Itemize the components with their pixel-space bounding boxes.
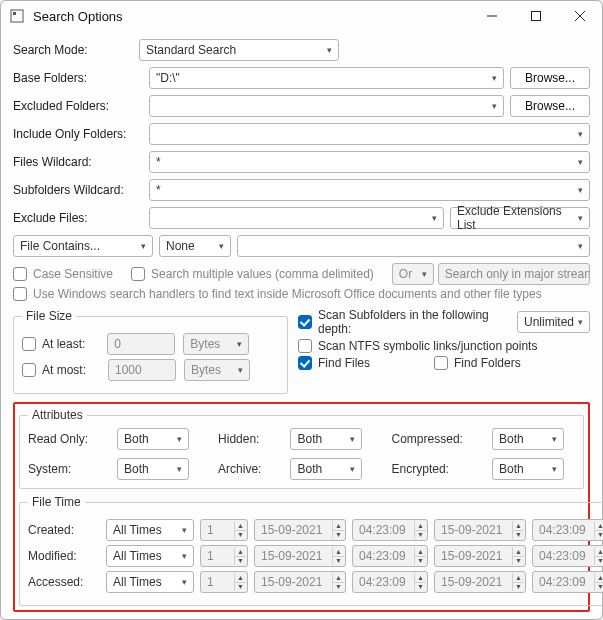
modified-from-time[interactable]: 04:23:09▲▼ [352, 545, 428, 567]
chevron-down-icon: ▾ [548, 464, 557, 474]
spin-up-icon[interactable]: ▲ [234, 573, 246, 583]
find-files-checkbox[interactable]: Find Files [298, 356, 370, 370]
excluded-folders-field[interactable]: ▾ [149, 95, 504, 117]
created-to-time[interactable]: 04:23:09▲▼ [532, 519, 603, 541]
maximize-button[interactable] [514, 1, 558, 31]
spin-up-icon[interactable]: ▲ [594, 521, 603, 531]
modified-label: Modified: [28, 549, 100, 563]
files-wildcard-field[interactable]: * ▾ [149, 151, 590, 173]
spin-down-icon[interactable]: ▼ [332, 531, 344, 540]
spin-down-icon[interactable]: ▼ [594, 583, 603, 592]
spin-up-icon[interactable]: ▲ [512, 547, 524, 557]
checkbox-icon [13, 267, 27, 281]
spin-down-icon[interactable]: ▼ [332, 557, 344, 566]
system-dropdown[interactable]: Both▾ [117, 458, 189, 480]
accessed-n-input[interactable]: 1▲▼ [200, 571, 248, 593]
minimize-button[interactable] [470, 1, 514, 31]
spin-up-icon[interactable]: ▲ [234, 547, 246, 557]
hidden-dropdown[interactable]: Both▾ [290, 428, 362, 450]
base-folders-field[interactable]: "D:\" ▾ [149, 67, 504, 89]
read-only-label: Read Only: [28, 432, 99, 446]
or-dropdown[interactable]: Or▾ [392, 263, 434, 285]
windows-handlers-checkbox[interactable]: Use Windows search handlers to find text… [13, 287, 542, 301]
chevron-down-icon: ▾ [574, 129, 583, 139]
accessed-to-date[interactable]: 15-09-2021▲▼ [434, 571, 526, 593]
at-least-checkbox[interactable]: At least: [22, 337, 85, 351]
spin-up-icon[interactable]: ▲ [234, 521, 246, 531]
scan-ntfs-checkbox[interactable]: Scan NTFS symbolic links/junction points [298, 339, 537, 353]
find-folders-checkbox[interactable]: Find Folders [434, 356, 521, 370]
highlighted-region: Attributes Read Only: Both▾ Hidden: Both… [13, 402, 590, 612]
created-from-time[interactable]: 04:23:09▲▼ [352, 519, 428, 541]
spin-up-icon[interactable]: ▲ [594, 547, 603, 557]
chevron-down-icon: ▾ [173, 434, 182, 444]
accessed-from-date[interactable]: 15-09-2021▲▼ [254, 571, 346, 593]
case-sensitive-checkbox[interactable]: Case Sensitive [13, 267, 113, 281]
spin-down-icon[interactable]: ▼ [234, 583, 246, 592]
encrypted-dropdown[interactable]: Both▾ [492, 458, 564, 480]
spin-down-icon[interactable]: ▼ [594, 531, 603, 540]
created-n-input[interactable]: 1▲▼ [200, 519, 248, 541]
accessed-to-time[interactable]: 04:23:09▲▼ [532, 571, 603, 593]
spin-down-icon[interactable]: ▼ [512, 557, 524, 566]
excluded-folders-browse-button[interactable]: Browse... [510, 95, 590, 117]
created-from-date[interactable]: 15-09-2021▲▼ [254, 519, 346, 541]
depth-dropdown[interactable]: Unlimited▾ [517, 311, 590, 333]
accessed-mode-dropdown[interactable]: All Times▾ [106, 571, 194, 593]
include-only-folders-field[interactable]: ▾ [149, 123, 590, 145]
at-most-checkbox[interactable]: At most: [22, 363, 86, 377]
at-most-unit-dropdown[interactable]: Bytes▾ [184, 359, 250, 381]
spin-up-icon[interactable]: ▲ [332, 521, 344, 531]
created-mode-dropdown[interactable]: All Times▾ [106, 519, 194, 541]
spin-down-icon[interactable]: ▼ [512, 583, 524, 592]
multi-values-checkbox[interactable]: Search multiple values (comma delimited) [131, 267, 374, 281]
spin-down-icon[interactable]: ▼ [414, 557, 426, 566]
contains-match-dropdown[interactable]: None ▾ [159, 235, 231, 257]
attributes-fieldset: Attributes Read Only: Both▾ Hidden: Both… [19, 408, 584, 489]
archive-dropdown[interactable]: Both▾ [290, 458, 362, 480]
read-only-dropdown[interactable]: Both▾ [117, 428, 189, 450]
spin-down-icon[interactable]: ▼ [234, 531, 246, 540]
spin-down-icon[interactable]: ▼ [512, 531, 524, 540]
at-most-value[interactable]: 1000 [115, 363, 142, 377]
at-least-unit-dropdown[interactable]: Bytes▾ [183, 333, 249, 355]
subfolders-wildcard-field[interactable]: * ▾ [149, 179, 590, 201]
spin-down-icon[interactable]: ▼ [414, 531, 426, 540]
chevron-down-icon: ▾ [178, 577, 187, 587]
modified-to-time[interactable]: 04:23:09▲▼ [532, 545, 603, 567]
spin-down-icon[interactable]: ▼ [594, 557, 603, 566]
spin-up-icon[interactable]: ▲ [332, 573, 344, 583]
spin-up-icon[interactable]: ▲ [414, 521, 426, 531]
scan-subfolders-checkbox[interactable]: Scan Subfolders in the following depth: [298, 308, 493, 336]
modified-n-input[interactable]: 1▲▼ [200, 545, 248, 567]
spin-up-icon[interactable]: ▲ [332, 547, 344, 557]
spin-up-icon[interactable]: ▲ [512, 521, 524, 531]
close-button[interactable] [558, 1, 602, 31]
modified-to-date[interactable]: 15-09-2021▲▼ [434, 545, 526, 567]
checkbox-icon [298, 315, 312, 329]
spin-down-icon[interactable]: ▼ [414, 583, 426, 592]
spin-up-icon[interactable]: ▲ [512, 573, 524, 583]
content-area: Search Mode: Standard Search ▾ Base Fold… [1, 31, 602, 620]
created-to-date[interactable]: 15-09-2021▲▼ [434, 519, 526, 541]
spin-down-icon[interactable]: ▼ [332, 583, 344, 592]
compressed-dropdown[interactable]: Both▾ [492, 428, 564, 450]
base-folders-browse-button[interactable]: Browse... [510, 67, 590, 89]
spin-up-icon[interactable]: ▲ [594, 573, 603, 583]
spin-down-icon[interactable]: ▼ [234, 557, 246, 566]
chevron-down-icon: ▾ [574, 157, 583, 167]
modified-mode-dropdown[interactable]: All Times▾ [106, 545, 194, 567]
search-mode-dropdown[interactable]: Standard Search ▾ [139, 39, 339, 61]
exclude-files-field[interactable]: ▾ [149, 207, 444, 229]
at-least-value[interactable]: 0 [114, 337, 121, 351]
exclude-files-mode-dropdown[interactable]: Exclude Extensions List ▾ [450, 207, 590, 229]
chevron-down-icon: ▾ [488, 73, 497, 83]
major-streams-dropdown[interactable]: Search only in major streams▾ [438, 263, 590, 285]
modified-from-date[interactable]: 15-09-2021▲▼ [254, 545, 346, 567]
contains-text-field[interactable]: ▾ [237, 235, 590, 257]
spin-up-icon[interactable]: ▲ [414, 547, 426, 557]
file-contains-dropdown[interactable]: File Contains... ▾ [13, 235, 153, 257]
accessed-from-time[interactable]: 04:23:09▲▼ [352, 571, 428, 593]
checkbox-icon [298, 339, 312, 353]
spin-up-icon[interactable]: ▲ [414, 573, 426, 583]
